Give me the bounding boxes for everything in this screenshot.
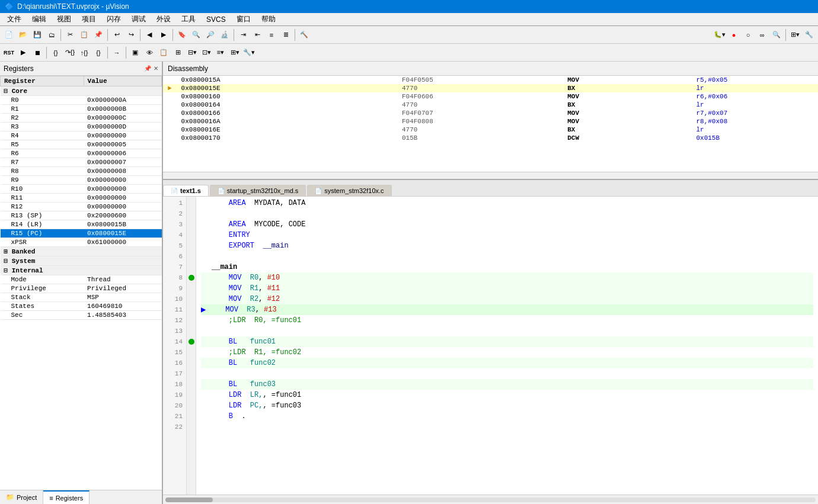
panel-close-icon[interactable]: ✕ xyxy=(154,65,158,72)
stop-btn[interactable]: ⏹ xyxy=(31,46,44,59)
register-row[interactable]: ⊞ Banked xyxy=(1,247,162,256)
register-name: xPSR xyxy=(1,238,84,247)
save-btn[interactable]: 💾 xyxy=(31,28,44,41)
gutter-cell xyxy=(187,283,196,294)
cut-btn[interactable]: ✂ xyxy=(63,28,76,41)
copy-btn[interactable]: 📋 xyxy=(78,28,91,41)
editor-tab-startup_stm32f10x_md.s[interactable]: 📄startup_stm32f10x_md.s xyxy=(210,185,306,196)
find-btn[interactable]: 🔍 xyxy=(190,28,203,41)
breakpoint-dot[interactable] xyxy=(188,275,194,281)
editor-panel: 📄text1.s📄startup_stm32f10x_md.s📄system_s… xyxy=(163,180,818,504)
disasm-bytes-cell: F04F0808 xyxy=(397,117,563,126)
format2-btn[interactable]: ≣ xyxy=(279,28,292,41)
register-name: R8 xyxy=(1,167,84,176)
mem-btn[interactable]: ⊟▾ xyxy=(186,46,199,59)
menu-item-文件[interactable]: 文件 xyxy=(2,13,26,25)
disasm-btn[interactable]: ▣ xyxy=(129,46,142,59)
trace-btn[interactable]: ≡▾ xyxy=(214,46,227,59)
menu-item-窗口[interactable]: 窗口 xyxy=(232,13,255,25)
stepover-btn[interactable]: ↷{} xyxy=(63,46,76,59)
register-row[interactable]: ⊟ Internal xyxy=(1,266,162,275)
perf-btn[interactable]: ⊞▾ xyxy=(228,46,241,59)
save-all-btn[interactable]: 🗂 xyxy=(45,28,58,41)
menu-item-闪存[interactable]: 闪存 xyxy=(102,13,126,25)
bottom-tab-registers[interactable]: ≡Registers xyxy=(43,490,90,504)
new-btn[interactable]: 📄 xyxy=(2,28,15,41)
menu-item-视图[interactable]: 视图 xyxy=(52,13,76,25)
exec-to-btn[interactable]: → xyxy=(110,46,123,59)
editor-tab-text1.s[interactable]: 📄text1.s xyxy=(163,185,209,196)
format-btn[interactable]: ≡ xyxy=(265,28,278,41)
nav-back-btn[interactable]: ◀ xyxy=(143,28,156,41)
left-bottom-tabs: 📁Project≡Registers xyxy=(0,490,162,504)
register-row[interactable]: ⊟ System xyxy=(1,256,162,266)
indent-btn[interactable]: ⇥ xyxy=(237,28,250,41)
app-icon: 🔷 xyxy=(5,2,14,11)
menu-item-编辑[interactable]: 编辑 xyxy=(27,13,51,25)
editor-hscroll[interactable] xyxy=(163,495,818,504)
debug-dropdown[interactable]: 🐛▾ xyxy=(713,28,726,41)
tools2-btn[interactable]: 🔧▾ xyxy=(242,46,255,59)
register-row: R120x00000000 xyxy=(1,203,162,211)
redo-btn[interactable]: ↪ xyxy=(124,28,138,41)
register-value xyxy=(84,247,161,256)
register-row: R50x00000005 xyxy=(1,140,162,149)
disasm-op-cell: lr xyxy=(691,101,818,109)
menu-item-外设[interactable]: 外设 xyxy=(152,13,175,25)
outdent-btn[interactable]: ⇤ xyxy=(251,28,264,41)
code-line: LDR PC,, =func03 xyxy=(201,400,813,411)
line-number: 12 xyxy=(163,315,183,326)
disasm-bytes-cell: 015B xyxy=(397,134,563,142)
menu-item-调试[interactable]: 调试 xyxy=(127,13,151,25)
panel-pin-icon[interactable]: 📌 xyxy=(144,65,151,72)
line-number: 10 xyxy=(163,294,183,304)
tab-icon: 📁 xyxy=(6,493,14,501)
stepinto-btn[interactable]: {} xyxy=(49,46,62,59)
menu-item-工具[interactable]: 工具 xyxy=(177,13,200,25)
find3-btn[interactable]: 🔬 xyxy=(218,28,231,41)
disasm-scrollbar[interactable] xyxy=(163,172,818,179)
run-btn[interactable]: ● xyxy=(727,28,740,41)
rst-btn[interactable]: RST xyxy=(2,46,15,59)
run2-btn[interactable]: ○ xyxy=(742,28,755,41)
run5-btn[interactable]: ▶ xyxy=(17,46,30,59)
run3-btn[interactable]: ∞ xyxy=(756,28,769,41)
layout-btn[interactable]: ⊞▾ xyxy=(788,28,801,41)
paste-btn[interactable]: 📌 xyxy=(92,28,105,41)
register-row: R70x00000007 xyxy=(1,158,162,167)
find2-btn[interactable]: 🔎 xyxy=(204,28,217,41)
undo-btn[interactable]: ↩ xyxy=(110,28,123,41)
build-btn[interactable]: 🔨 xyxy=(298,28,311,41)
line-number: 7 xyxy=(163,262,183,272)
editor-tab-system_stm32f10x.c[interactable]: 📄system_stm32f10x.c xyxy=(307,185,391,196)
nav-fwd-btn[interactable]: ▶ xyxy=(157,28,170,41)
run4-btn[interactable]: 🔍 xyxy=(770,28,783,41)
disasm-op-cell: r6,#0x06 xyxy=(691,92,818,101)
line-number: 20 xyxy=(163,400,183,411)
watch-btn[interactable]: 👁 xyxy=(143,46,156,59)
code-text: MOV R0, #10 xyxy=(212,272,280,283)
breakpoint-dot[interactable] xyxy=(188,339,194,345)
register-name: R0 xyxy=(1,96,84,105)
locals-btn[interactable]: ⊞ xyxy=(171,46,184,59)
callstack-btn[interactable]: 📋 xyxy=(157,46,170,59)
open-btn[interactable]: 📂 xyxy=(17,28,30,41)
code-text: ENTRY xyxy=(212,230,250,240)
breakpoint-gutter xyxy=(187,197,196,495)
serial-btn[interactable]: ⊡▾ xyxy=(200,46,213,59)
settings-btn[interactable]: 🔧 xyxy=(803,28,816,41)
line-spacer xyxy=(201,379,212,390)
gutter-cell xyxy=(187,198,196,208)
bottom-tab-project[interactable]: 📁Project xyxy=(0,490,43,504)
line-number: 5 xyxy=(163,240,183,251)
code-area[interactable]: AREA MYDATA, DATA AREA MYCODE, CODE ENTR… xyxy=(196,197,818,495)
menu-item-SVCS[interactable]: SVCS xyxy=(202,14,231,25)
menu-item-帮助[interactable]: 帮助 xyxy=(257,13,280,25)
step3-btn[interactable]: {} xyxy=(92,46,105,59)
stepout-btn[interactable]: ↑{} xyxy=(78,46,91,59)
bookmark-btn[interactable]: 🔖 xyxy=(175,28,188,41)
code-line xyxy=(201,326,813,336)
register-row[interactable]: ⊟ Core xyxy=(1,86,162,96)
menu-item-项目[interactable]: 项目 xyxy=(77,13,101,25)
disasm-arrow-cell xyxy=(163,92,177,101)
